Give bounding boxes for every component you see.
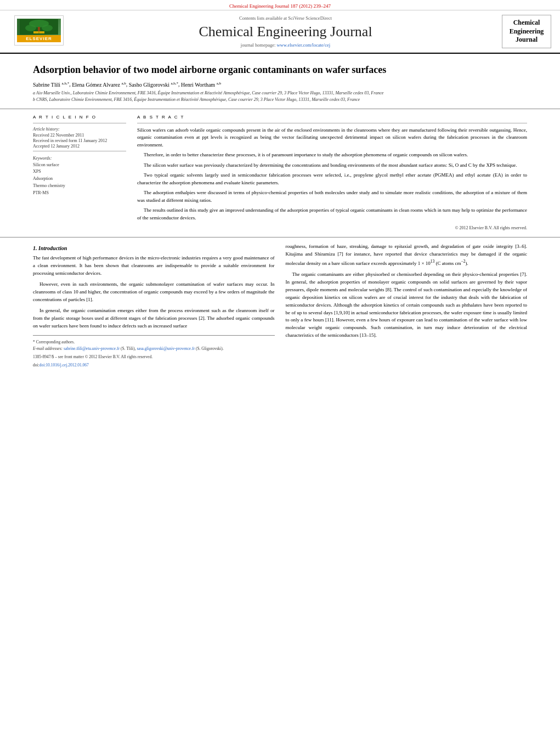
- body-p3: In general, the organic contamination em…: [33, 307, 275, 330]
- article-info-label: A R T I C L E I N F O: [33, 115, 126, 120]
- divider2: [33, 151, 126, 151]
- affiliation-b: b CNRS, Laboratoire Chimie Environnement…: [33, 97, 527, 103]
- keywords-list: Silicon surface XPS Adsorption Thermo ch…: [33, 162, 126, 197]
- intro-heading: 1. Introduction: [33, 245, 275, 251]
- tree-svg: [20, 19, 58, 35]
- article-title-section: Adsorption behavior of two model airborn…: [0, 54, 560, 109]
- body-p2: However, even in such environments, the …: [33, 281, 275, 304]
- journal-citation: Chemical Engineering Journal 187 (2012) …: [229, 3, 331, 9]
- article-info-col: A R T I C L E I N F O Article history: R…: [33, 115, 126, 232]
- kw-thermo: Thermo chemistry: [33, 183, 126, 190]
- abstract-text: Silicon wafers can adsorb volatile organ…: [137, 127, 527, 232]
- history-label: Article history:: [33, 127, 126, 132]
- abstract-p3: The silicon wafer surface was previously…: [137, 162, 527, 169]
- kw-adsorption: Adsorption: [33, 176, 126, 183]
- abstract-p6: The results outlined in this study give …: [137, 207, 527, 222]
- footnote-emails: E-mail addresses: sabrine.tlili@etu.univ…: [33, 346, 275, 352]
- body-section: 1. Introduction The fast development of …: [0, 237, 560, 374]
- elsevier-logo: ELSEVIER: [14, 15, 64, 46]
- body-rp1: roughness, formation of haze, streaking,…: [286, 243, 528, 268]
- abstract-p2: Therefore, in order to better characteri…: [137, 151, 527, 159]
- revised-date: Received in revised form 11 January 2012: [33, 138, 126, 143]
- authors-line: Sabrine Tlili a,b,*, Elena Gómez Alvarez…: [33, 81, 527, 87]
- body-right-col: roughness, formation of haze, streaking,…: [286, 243, 528, 368]
- journal-homepage: journal homepage: www.elsevier.com/locat…: [241, 42, 330, 48]
- page: Chemical Engineering Journal 187 (2012) …: [0, 0, 560, 741]
- email-tlili[interactable]: sabrine.tlili@etu.univ-provence.fr: [64, 346, 120, 351]
- kw-ptr: PTR-MS: [33, 190, 126, 197]
- email-gligorovski[interactable]: sasa.gligorovski@univ-provence.fr: [137, 346, 195, 351]
- affiliation-a: a Aix-Marseille Univ., Laboratoire Chimi…: [33, 90, 527, 97]
- abstract-col: A B S T R A C T Silicon wafers can adsor…: [137, 115, 527, 232]
- body-text-left: The fast development of high performance…: [33, 254, 275, 330]
- elsevier-text: ELSEVIER: [17, 35, 61, 42]
- kw-xps: XPS: [33, 168, 126, 176]
- footnote-section: * Corresponding authors. E-mail addresse…: [33, 335, 275, 368]
- header-journal-name: ChemicalEngineeringJournal: [510, 19, 544, 44]
- author-elena: Elena Gómez Alvarez a,b: [72, 82, 126, 88]
- svg-point-2: [25, 25, 36, 31]
- issn-line: 1385-8947/$ – see front matter © 2012 El…: [33, 354, 275, 360]
- abstract-p1: Silicon wafers can adsorb volatile organ…: [137, 127, 527, 149]
- header-center: Contents lists available at SciVerse Sci…: [75, 15, 496, 48]
- footnote-corresponding: * Corresponding authors.: [33, 339, 275, 345]
- keywords-label: Keywords:: [33, 156, 126, 161]
- author-sasho: Sasho Gligorovski a,b,*: [129, 82, 178, 88]
- doi-link[interactable]: doi:10.1016/j.cej.2012.01.067: [39, 363, 89, 367]
- author-sabrine: Sabrine Tlili a,b,*: [33, 82, 69, 88]
- divider3: [137, 123, 527, 123]
- received-date: Received 22 November 2011: [33, 133, 126, 138]
- accepted-date: Accepted 12 January 2012: [33, 144, 126, 149]
- kw-silicon: Silicon surface: [33, 162, 126, 169]
- abstract-p5: The adsorption enthalpies were discussed…: [137, 189, 527, 204]
- journal-title: Chemical Engineering Journal: [199, 23, 372, 40]
- header-section: ELSEVIER Contents lists available at Sci…: [0, 10, 560, 54]
- journal-top-bar: Chemical Engineering Journal 187 (2012) …: [0, 0, 560, 10]
- article-title: Adsorption behavior of two model airborn…: [33, 64, 527, 76]
- logo-tree: [17, 19, 61, 35]
- svg-point-3: [42, 25, 53, 31]
- author-henri: Henri Wortham a,b: [181, 82, 221, 88]
- header-left: ELSEVIER: [9, 15, 69, 48]
- abstract-p4: Two typical organic solvents largely use…: [137, 172, 527, 186]
- affiliations: a Aix-Marseille Univ., Laboratoire Chimi…: [33, 90, 527, 103]
- homepage-link[interactable]: www.elsevier.com/locate/cej: [276, 42, 330, 48]
- header-right-box: ChemicalEngineeringJournal: [502, 15, 551, 48]
- sciverse-line: Contents lists available at SciVerse Sci…: [239, 15, 332, 21]
- divider1: [33, 123, 126, 123]
- abstract-label: A B S T R A C T: [137, 115, 527, 120]
- body-p1: The fast development of high performance…: [33, 254, 275, 278]
- copyright: © 2012 Elsevier B.V. All rights reserved…: [137, 225, 527, 231]
- two-col-section: A R T I C L E I N F O Article history: R…: [0, 109, 560, 238]
- doi-line: doi:doi:10.1016/j.cej.2012.01.067: [33, 362, 275, 368]
- body-left-col: 1. Introduction The fast development of …: [33, 243, 275, 368]
- body-text-right: roughness, formation of haze, streaking,…: [286, 243, 528, 340]
- body-rp2: The organic contaminants are either phys…: [286, 271, 528, 340]
